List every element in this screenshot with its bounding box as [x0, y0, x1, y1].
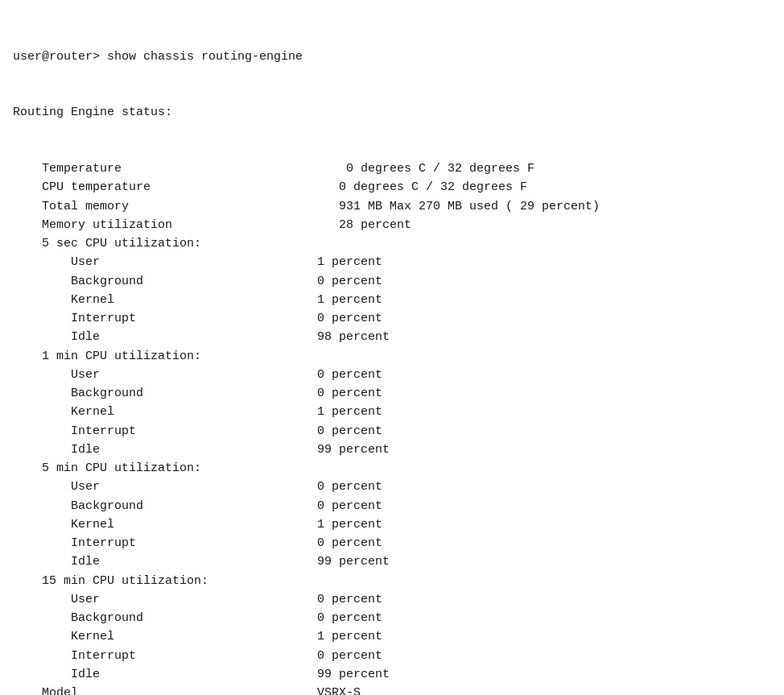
terminal-row: 5 min CPU utilization:	[13, 459, 771, 478]
terminal-output: user@router> show chassis routing-engine…	[13, 10, 771, 695]
terminal-row: User 0 percent	[13, 478, 771, 496]
command-line: user@router> show chassis routing-engine	[13, 48, 771, 66]
terminal-row: Background 0 percent	[13, 609, 771, 627]
terminal-row: Background 0 percent	[13, 384, 771, 403]
terminal-row: Total memory 931 MB Max 270 MB used ( 29…	[13, 197, 771, 216]
terminal-row: 5 sec CPU utilization:	[13, 234, 771, 253]
terminal-row: 15 min CPU utilization:	[13, 572, 771, 590]
terminal-row: User 1 percent	[13, 253, 771, 271]
terminal-row: Interrupt 0 percent	[13, 422, 771, 441]
terminal-row: Model VSRX-S	[13, 684, 771, 695]
terminal-row: Interrupt 0 percent	[13, 309, 771, 328]
terminal-row: Memory utilization 28 percent	[13, 216, 771, 234]
terminal-row: Temperature 0 degrees C / 32 degrees F	[13, 159, 771, 178]
terminal-row: Background 0 percent	[13, 272, 771, 291]
terminal-row: 1 min CPU utilization:	[13, 347, 771, 366]
terminal-row: Kernel 1 percent	[13, 291, 771, 309]
terminal-row: Idle 99 percent	[13, 552, 771, 571]
terminal-row: Interrupt 0 percent	[13, 647, 771, 665]
terminal-row: Idle 98 percent	[13, 328, 771, 346]
terminal-row: Background 0 percent	[13, 497, 771, 515]
terminal-row: Kernel 1 percent	[13, 515, 771, 534]
terminal-row: Idle 99 percent	[13, 441, 771, 459]
section-header: Routing Engine status:	[13, 103, 771, 122]
terminal-row: User 0 percent	[13, 366, 771, 384]
terminal-row: CPU temperature 0 degrees C / 32 degrees…	[13, 178, 771, 197]
terminal-row: Interrupt 0 percent	[13, 534, 771, 552]
terminal-row: Kernel 1 percent	[13, 627, 771, 646]
terminal-row: Idle 99 percent	[13, 665, 771, 684]
terminal-row: User 0 percent	[13, 590, 771, 609]
terminal-row: Kernel 1 percent	[13, 403, 771, 421]
